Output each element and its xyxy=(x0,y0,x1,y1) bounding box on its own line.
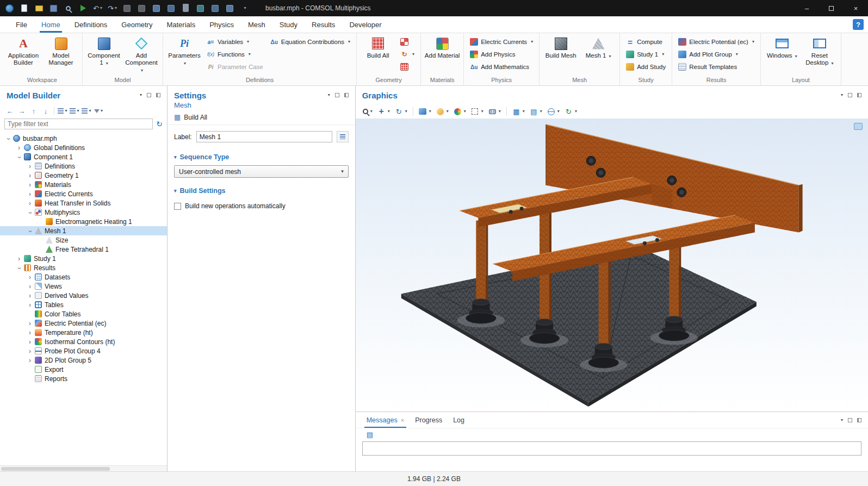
menu-tab-mesh[interactable]: Mesh xyxy=(241,16,272,33)
environment-button[interactable]: ▾ xyxy=(545,107,561,117)
back-button[interactable]: ← xyxy=(4,105,15,116)
snapshot-button[interactable] xyxy=(223,2,237,15)
show-options-button[interactable]: ▾ xyxy=(57,105,68,116)
collapse-chevron-icon[interactable]: › xyxy=(15,256,23,262)
tree-item-probe-plot-group-4[interactable]: ›Probe Plot Group 4 xyxy=(0,346,167,356)
tree-item-study-1[interactable]: ›Study 1 xyxy=(0,254,167,263)
add-physics-button[interactable]: Add Physics xyxy=(467,48,536,60)
float-panel-icon[interactable] xyxy=(848,93,852,97)
collapse-chevron-icon[interactable]: › xyxy=(26,163,34,170)
collapse-chevron-icon[interactable]: › xyxy=(26,302,34,308)
build-all-geometry-button[interactable]: Build All xyxy=(360,35,396,59)
sequence-type-select[interactable]: User-controlled mesh ▾ xyxy=(174,165,349,178)
geometry-update-button[interactable]: ▾ xyxy=(398,48,417,60)
float-panel-icon[interactable] xyxy=(335,93,339,97)
float-panel-icon[interactable] xyxy=(848,418,852,422)
collapse-chevron-icon[interactable]: › xyxy=(26,348,34,354)
tree-item-component-1[interactable]: ›Component 1 xyxy=(0,152,167,161)
panel-menu-icon[interactable]: ▾ xyxy=(841,418,843,422)
tree-item-color-tables[interactable]: ›Color Tables xyxy=(0,309,167,319)
paste-button[interactable] xyxy=(150,2,163,15)
tree-item-materials[interactable]: ›Materials xyxy=(0,180,167,189)
tree-item-electric-currents[interactable]: ›Electric Currents xyxy=(0,189,167,198)
tree-item-definitions[interactable]: ›Definitions xyxy=(0,161,167,171)
geometry-import-button[interactable] xyxy=(398,36,417,48)
update-plot-button[interactable]: ↻▾ xyxy=(563,107,579,117)
scene-light-button[interactable]: ▾ xyxy=(435,107,450,117)
windows-button[interactable]: Windows ▾ xyxy=(764,35,800,59)
menu-tab-materials[interactable]: Materials xyxy=(159,16,202,33)
go-to-default-view-button[interactable]: ▾ xyxy=(376,107,392,117)
tree-item-datasets[interactable]: ›Datasets xyxy=(0,272,167,282)
parameters-button[interactable]: Parameters ▾ xyxy=(166,35,202,66)
functions-button[interactable]: Functions ▾ xyxy=(204,48,266,60)
expand-chevron-icon[interactable]: › xyxy=(27,227,34,235)
collapse-chevron-icon[interactable]: › xyxy=(26,182,34,188)
minimize-button[interactable]: – xyxy=(795,0,819,16)
float-panel-icon[interactable] xyxy=(147,93,151,97)
move-down-button[interactable]: ↓ xyxy=(40,105,51,116)
menu-tab-physics[interactable]: Physics xyxy=(202,16,241,33)
tree-item-busbar-mph[interactable]: ›busbar.mph xyxy=(0,134,167,143)
menu-tab-geometry[interactable]: Geometry xyxy=(114,16,159,33)
copy-table-button[interactable]: ▤ xyxy=(367,431,373,439)
run-button[interactable] xyxy=(76,2,90,15)
rename-button[interactable] xyxy=(337,131,349,142)
tab-close-icon[interactable]: × xyxy=(401,417,404,423)
collapse-chevron-icon[interactable]: › xyxy=(26,292,34,299)
mesh-1-ribbon-button[interactable]: Mesh 1 ▾ xyxy=(580,35,616,59)
copy-button[interactable] xyxy=(135,2,148,15)
dock-panel-icon[interactable] xyxy=(857,93,861,97)
build-new-operations-checkbox[interactable] xyxy=(174,203,181,210)
panel-menu-icon[interactable]: ▾ xyxy=(841,93,843,97)
tab-log[interactable]: Log xyxy=(448,412,470,428)
filter-button[interactable]: ▾ xyxy=(93,105,104,116)
electric-currents-button[interactable]: Electric Currents ▾ xyxy=(467,36,536,48)
equation-contributions-button[interactable]: Equation Contributions ▾ xyxy=(268,36,353,48)
tree-item-global-definitions[interactable]: ›Global Definitions xyxy=(0,143,167,152)
color-scheme-button[interactable]: ▾ xyxy=(452,107,468,117)
collapse-chevron-icon[interactable]: › xyxy=(15,145,23,151)
expand-chevron-icon[interactable]: › xyxy=(16,264,23,272)
expand-chevron-icon[interactable]: › xyxy=(16,153,23,161)
build-all-button[interactable]: ▦ Build All xyxy=(174,113,207,121)
result-templates-button[interactable]: Result Templates xyxy=(675,61,757,73)
rotate-view-button[interactable]: ↻▾ xyxy=(393,107,409,117)
new-file-button[interactable] xyxy=(17,2,31,15)
study-1-button[interactable]: Study 1 ▾ xyxy=(623,48,668,60)
transparency-button[interactable]: ▾ xyxy=(487,107,503,117)
collapse-chevron-icon[interactable]: › xyxy=(26,283,34,290)
tab-progress[interactable]: Progress xyxy=(410,412,448,428)
geometry-virtual-operations-button[interactable] xyxy=(398,61,417,73)
tab-messages[interactable]: Messages × xyxy=(361,412,410,428)
tree-item-views[interactable]: ›Views xyxy=(0,282,167,291)
undo-button[interactable]: ↶▾ xyxy=(91,2,104,15)
build-all-quick-button[interactable] xyxy=(194,2,207,15)
tree-view-button[interactable]: ▾ xyxy=(69,105,80,116)
reset-desktop-button[interactable]: Reset Desktop ▾ xyxy=(802,35,838,66)
image-table-button[interactable]: ▤▾ xyxy=(528,107,544,117)
search-button[interactable] xyxy=(61,2,75,15)
collapse-chevron-icon[interactable]: › xyxy=(26,329,34,336)
menu-tab-file[interactable]: File xyxy=(9,16,34,33)
collapse-chevron-icon[interactable]: › xyxy=(26,172,34,179)
collapse-chevron-icon[interactable]: › xyxy=(26,339,34,345)
add-plot-group-button[interactable]: Add Plot Group ▾ xyxy=(675,48,757,60)
menu-tab-definitions[interactable]: Definitions xyxy=(67,16,115,33)
redo-button[interactable]: ↷▾ xyxy=(106,2,119,15)
panel-menu-icon[interactable]: ▾ xyxy=(328,93,330,97)
close-window-button[interactable]: × xyxy=(844,0,868,16)
application-builder-button[interactable]: Application Builder xyxy=(5,35,41,66)
menu-tab-developer[interactable]: Developer xyxy=(342,16,388,33)
columns-button[interactable]: ▾ xyxy=(81,105,92,116)
component-1-button[interactable]: Component 1 ▾ xyxy=(86,35,122,66)
cut-button[interactable] xyxy=(120,2,134,15)
maximize-button[interactable] xyxy=(819,0,844,16)
panel-menu-icon[interactable]: ▾ xyxy=(140,93,142,97)
electric-potential-button[interactable]: Electric Potential (ec) ▾ xyxy=(675,36,757,48)
tree-item-2d-plot-group-5[interactable]: ›2D Plot Group 5 xyxy=(0,356,167,365)
tree-item-isothermal-contours[interactable]: ›Isothermal Contours (ht) xyxy=(0,337,167,346)
dock-panel-icon[interactable] xyxy=(344,93,349,97)
model-manager-button[interactable]: Model Manager xyxy=(43,35,79,66)
expand-chevron-icon[interactable]: › xyxy=(27,209,34,216)
